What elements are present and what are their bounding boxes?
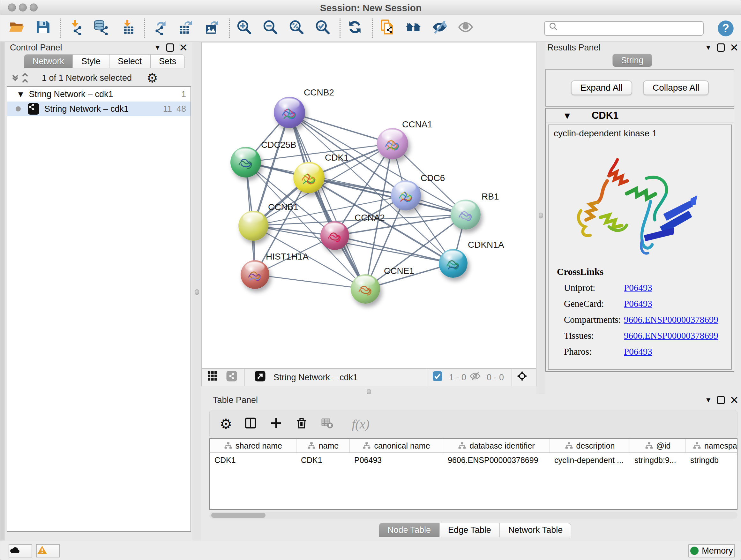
warnings-button[interactable] (36, 544, 60, 557)
crosslink-link[interactable]: P06493 (624, 299, 652, 309)
network-node-CDC25B[interactable] (230, 147, 261, 178)
column-header-description[interactable]: description (550, 439, 630, 452)
column-header-database-identifier[interactable]: database identifier (443, 439, 550, 452)
tab-select[interactable]: Select (109, 54, 150, 68)
network-node-CDC6[interactable] (391, 180, 421, 210)
zoom-in-button[interactable] (236, 19, 255, 38)
panel-float-icon[interactable] (717, 44, 725, 52)
zoom-out-button[interactable] (262, 19, 281, 38)
table-cell[interactable]: CDK1 (296, 453, 350, 467)
tab-network-table[interactable]: Network Table (500, 523, 571, 537)
export-table-button[interactable] (178, 19, 196, 38)
gene-section-header[interactable]: ▼ CDK1 (546, 109, 734, 123)
crosslink-label: Tissues: (564, 330, 624, 341)
network-node-CCNA2[interactable] (320, 221, 349, 250)
table-cell[interactable]: 9606.ENSP00000378699 (443, 453, 550, 467)
memory-button[interactable]: Memory (688, 544, 735, 557)
export-network-button[interactable] (151, 19, 170, 38)
horizontal-scrollbar[interactable] (209, 512, 738, 519)
import-network-button[interactable] (67, 19, 85, 38)
panel-close-icon[interactable]: ✕ (730, 44, 739, 52)
search-input[interactable] (591, 23, 699, 34)
edge-HIST1H1A-CCNE1[interactable] (255, 274, 365, 289)
import-table-button[interactable] (119, 19, 138, 38)
tab-sets[interactable]: Sets (150, 54, 185, 68)
gear-icon[interactable]: ⚙ (146, 71, 158, 85)
tab-edge-table[interactable]: Edge Table (440, 523, 500, 537)
table-cell[interactable]: stringdb:9... (630, 453, 686, 467)
zoom-fit-button[interactable] (288, 19, 307, 38)
table-cell[interactable]: P06493 (350, 453, 443, 467)
save-session-button[interactable] (35, 19, 53, 38)
column-header-@id[interactable]: @id (630, 439, 686, 452)
network-node-CDK1[interactable] (293, 162, 325, 193)
export-image-button[interactable] (204, 19, 222, 38)
panel-float-icon[interactable] (166, 44, 174, 52)
center-view-button[interactable] (516, 370, 530, 384)
collapse-all-button[interactable]: Collapse All (643, 80, 709, 95)
edge-CCNB2-CCNA1[interactable] (289, 112, 393, 144)
left-splitter[interactable] (192, 42, 201, 541)
collapse-all-networks-icon[interactable] (13, 76, 17, 80)
tab-style[interactable]: Style (73, 54, 109, 68)
network-node-HIST1H1A[interactable] (241, 260, 269, 289)
crosslink-link[interactable]: 9606.ENSP00000378699 (624, 314, 718, 325)
zoom-selected-button[interactable] (315, 19, 333, 38)
delete-column-button[interactable] (295, 417, 310, 431)
show-all-button[interactable] (458, 19, 476, 38)
function-builder-button[interactable]: f(x) (346, 417, 375, 431)
panel-close-icon[interactable]: ✕ (730, 396, 739, 404)
first-neighbors-button[interactable] (405, 19, 424, 38)
panel-float-icon[interactable] (717, 396, 725, 404)
grid-view-button[interactable] (207, 370, 221, 384)
show-columns-button[interactable] (244, 417, 259, 431)
crosslink-link[interactable]: 9606.ENSP00000378699 (624, 330, 718, 341)
search-box[interactable] (544, 21, 704, 36)
panel-menu-icon[interactable]: ▼ (705, 44, 712, 52)
apply-layout-button[interactable] (347, 19, 365, 38)
panel-menu-icon[interactable]: ▼ (154, 44, 161, 52)
selected-indicator[interactable] (432, 370, 446, 384)
column-header-canonical-name[interactable]: canonical name (350, 439, 443, 452)
detach-view-button[interactable] (254, 370, 268, 384)
column-header-name[interactable]: name (296, 439, 350, 452)
hide-selected-button[interactable] (431, 19, 450, 38)
collapse-arrow-icon[interactable]: ▼ (18, 90, 23, 98)
scrollbar-thumb[interactable] (211, 513, 266, 518)
crosslink-link[interactable]: P06493 (624, 347, 652, 357)
import-network-from-database-button[interactable] (93, 19, 112, 38)
network-birdseye-button[interactable] (226, 370, 240, 384)
hidden-indicator[interactable] (469, 370, 483, 384)
network-collection-row[interactable]: ▼ String Network – cdk1 1 (7, 87, 191, 102)
network-node-CDKN1A[interactable] (439, 249, 468, 278)
tab-network[interactable]: Network (24, 54, 73, 68)
collapse-arrow-icon[interactable]: ▼ (564, 112, 570, 120)
network-node-CCNA1[interactable] (377, 128, 408, 159)
table-row[interactable]: CDK1CDK1P064939606.ENSP00000378699cyclin… (210, 453, 737, 467)
tab-node-table[interactable]: Node Table (379, 523, 440, 537)
column-header-namespace[interactable]: namespace (686, 439, 738, 452)
network-node-CCNB2[interactable] (274, 97, 305, 128)
panel-menu-icon[interactable]: ▼ (705, 396, 712, 404)
clone-network-button[interactable] (379, 19, 398, 38)
tab-string[interactable]: String (612, 54, 652, 67)
create-column-button[interactable] (270, 417, 284, 431)
delete-table-button[interactable] (321, 417, 335, 431)
expand-all-button[interactable]: Expand All (571, 80, 632, 95)
network-node-CCNB1[interactable] (239, 211, 268, 241)
network-view-canvas[interactable]: CCNB2CCNA1CDC25BCDK1CDC6RB1CCNB1CCNA2CDK… (201, 42, 536, 368)
table-cell[interactable]: stringdb (686, 453, 738, 467)
network-node-RB1[interactable] (451, 199, 481, 230)
panel-close-icon[interactable]: ✕ (179, 44, 188, 52)
expand-all-networks-icon[interactable] (23, 72, 27, 84)
table-options-button[interactable]: ⚙ (219, 417, 233, 431)
table-cell[interactable]: CDK1 (210, 453, 296, 467)
cloud-status-button[interactable] (9, 544, 32, 557)
help-button[interactable]: ? (717, 20, 734, 37)
table-cell[interactable]: cyclin-dependent ... (550, 453, 630, 467)
column-header-shared-name[interactable]: shared name (210, 439, 296, 452)
crosslink-link[interactable]: P06493 (624, 283, 652, 293)
open-session-button[interactable] (9, 19, 27, 38)
network-node-CCNE1[interactable] (351, 274, 380, 304)
network-row[interactable]: String Network – cdk1 11 48 (7, 102, 191, 116)
